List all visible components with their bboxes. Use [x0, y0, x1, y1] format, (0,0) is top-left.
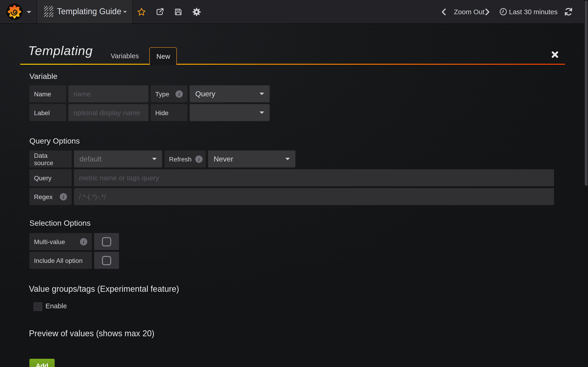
- value-groups-heading: Value groups/tags (Experimental feature): [29, 284, 179, 294]
- hide-select[interactable]: [190, 104, 270, 121]
- enable-checkbox[interactable]: [34, 302, 42, 311]
- type-label-text: Type: [155, 90, 169, 98]
- scrollbar-track[interactable]: [584, 0, 588, 367]
- query-options-heading: Query Options: [29, 137, 80, 146]
- variable-section-heading: Variable: [29, 72, 57, 81]
- tabs-underline: [20, 64, 565, 65]
- chevron-down-icon: [259, 111, 264, 114]
- time-range-label: Last 30 minutes: [509, 8, 558, 16]
- label-input[interactable]: [69, 104, 148, 121]
- tab-new[interactable]: New: [149, 47, 177, 65]
- label-label: Label: [29, 104, 66, 121]
- preview-heading: Preview of values (shows max 20): [29, 329, 154, 339]
- time-range-picker[interactable]: Last 30 minutes: [499, 0, 558, 23]
- page-title: Templating: [28, 44, 93, 58]
- query-row: Query: [29, 169, 556, 186]
- tab-variables[interactable]: Variables: [104, 47, 145, 64]
- regex-label-text: Regex: [34, 193, 52, 200]
- favorite-star-button[interactable]: [136, 0, 147, 23]
- grafana-logo-menu[interactable]: [0, 0, 37, 23]
- refresh-select-value: Never: [214, 155, 233, 163]
- include-all-label: Include All option: [29, 252, 92, 269]
- navbar: Templating Guide: [0, 0, 584, 24]
- include-all-row: Include All option: [29, 252, 121, 269]
- regex-row: Regex i: [29, 188, 556, 205]
- chevron-down-icon: [152, 158, 157, 160]
- close-button[interactable]: [551, 50, 559, 59]
- chevron-right-icon: [485, 8, 490, 15]
- variable-name-row: Name Type i Query: [29, 85, 272, 102]
- time-shift-forward-button[interactable]: [485, 0, 490, 23]
- close-icon: [551, 50, 559, 59]
- save-floppy-icon: [174, 7, 183, 16]
- enable-label[interactable]: Enable: [45, 300, 67, 312]
- dashboard-picker[interactable]: Templating Guide: [37, 0, 133, 23]
- share-icon: [155, 7, 164, 16]
- variable-label-row: Label Hide: [29, 104, 272, 121]
- info-icon: i: [195, 155, 203, 163]
- dashboard-title: Templating Guide: [57, 0, 121, 23]
- multi-value-checkbox[interactable]: [94, 233, 119, 250]
- info-icon: i: [60, 193, 67, 200]
- info-icon: i: [175, 90, 183, 98]
- refresh-select[interactable]: Never: [208, 150, 295, 167]
- checkbox-icon: [102, 237, 111, 246]
- selection-options-heading: Selection Options: [29, 219, 91, 228]
- chevron-down-icon: [27, 11, 31, 13]
- time-shift-back-button[interactable]: [441, 0, 446, 23]
- scrollbar-thumb[interactable]: [585, 0, 588, 186]
- type-label: Type i: [151, 85, 187, 102]
- gear-icon: [192, 7, 201, 16]
- name-label: Name: [29, 85, 66, 102]
- grafana-app: Templating Guide: [0, 0, 588, 367]
- hide-label: Hide: [151, 104, 187, 121]
- chevron-down-icon: [123, 11, 127, 13]
- grafana-logo-icon: [6, 3, 23, 20]
- multi-value-row: Multi-value i: [29, 233, 121, 250]
- save-button[interactable]: [173, 0, 184, 23]
- refresh-button[interactable]: [564, 0, 573, 23]
- add-button[interactable]: Add: [29, 359, 55, 367]
- refresh-label: Refresh i: [164, 150, 206, 167]
- share-button[interactable]: [154, 0, 165, 23]
- query-input[interactable]: [74, 169, 554, 186]
- datasource-select[interactable]: default: [74, 150, 162, 167]
- regex-label: Regex i: [29, 188, 72, 205]
- include-all-checkbox[interactable]: [94, 252, 119, 269]
- checkbox-icon: [102, 256, 111, 265]
- datasource-select-value: default: [79, 155, 102, 163]
- settings-button[interactable]: [191, 0, 202, 23]
- datasource-label: Data source: [29, 150, 72, 167]
- zoom-out-label: Zoom Out: [454, 8, 484, 16]
- refresh-label-text: Refresh: [169, 155, 191, 163]
- info-icon: i: [80, 238, 87, 245]
- chevron-down-icon: [285, 158, 290, 160]
- name-input[interactable]: [69, 85, 148, 102]
- dashboard-squares-icon: [44, 6, 53, 17]
- regex-input[interactable]: [74, 188, 554, 205]
- multi-value-label: Multi-value i: [29, 233, 92, 250]
- type-select-value: Query: [195, 90, 215, 98]
- query-label: Query: [29, 169, 72, 186]
- clock-icon: [499, 8, 507, 16]
- refresh-icon: [564, 7, 573, 17]
- chevron-left-icon: [441, 8, 446, 15]
- multi-value-label-text: Multi-value: [34, 238, 65, 245]
- chevron-down-icon: [259, 93, 264, 95]
- datasource-row: Data source default Refresh i Never: [29, 150, 298, 167]
- zoom-out-button[interactable]: Zoom Out: [454, 0, 484, 23]
- type-select[interactable]: Query: [190, 85, 270, 102]
- tabs: Variables New: [104, 47, 177, 65]
- star-icon: [137, 7, 146, 16]
